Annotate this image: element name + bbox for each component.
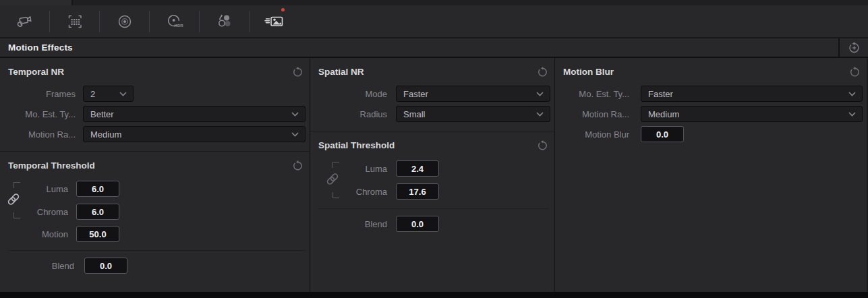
reset-temporal-threshold-button[interactable] (291, 157, 304, 173)
color-mixer-button[interactable] (200, 5, 249, 37)
chevron-down-icon (291, 132, 299, 137)
blend-field[interactable]: 0.0 (396, 216, 439, 232)
section-title: Temporal NR (8, 67, 64, 77)
motion-field[interactable]: 50.0 (76, 226, 119, 242)
motion-range-dropdown[interactable]: Medium (83, 126, 306, 142)
hdr-icon-label: HDR (174, 24, 183, 28)
temporal-threshold-linked-rows: Luma 6.0 Chroma 6.0 (0, 177, 310, 223)
palette-toolbar: HDR (0, 5, 868, 38)
mo-est-type-dropdown[interactable]: Faster (641, 86, 863, 102)
reset-all-button[interactable] (840, 38, 868, 57)
link-bracket-top (13, 182, 20, 188)
column-temporal: Temporal NR Frames 2 (0, 58, 310, 292)
mo-est-type-label: Mo. Est. Ty... (555, 89, 629, 99)
section-divider (0, 151, 310, 152)
mode-dropdown[interactable]: Faster (396, 86, 550, 102)
reset-motion-blur-button[interactable] (848, 63, 861, 80)
mo-est-type-row: Mo. Est. Ty... Better (0, 104, 310, 124)
color-match-icon (65, 11, 85, 32)
motion-effects-icon (263, 11, 286, 32)
mode-row: Mode Faster (310, 84, 554, 104)
chevron-down-icon (536, 112, 544, 117)
bottom-bar (0, 292, 868, 298)
link-bracket-bottom (332, 192, 339, 198)
panel-header: Motion Effects (0, 38, 868, 58)
blend-label: Blend (0, 261, 74, 271)
section-header-temporal-threshold: Temporal Threshold (0, 157, 310, 173)
frames-label: Frames (0, 89, 76, 99)
chroma-field[interactable]: 17.6 (396, 183, 439, 200)
column-motion-blur: Motion Blur Mo. Est. Ty... Faster (555, 58, 868, 292)
chevron-down-icon (848, 92, 856, 96)
active-indicator-dot (281, 8, 285, 11)
frames-dropdown[interactable]: 2 (83, 86, 134, 102)
reset-spatial-nr-button[interactable] (536, 63, 549, 80)
blend-field[interactable]: 0.0 (84, 258, 127, 274)
mo-est-type-value: Better (90, 109, 114, 119)
chroma-row: Chroma 17.6 (310, 180, 554, 203)
camera-raw-icon (15, 11, 35, 32)
motion-effects-button[interactable] (250, 5, 299, 37)
blend-divider (8, 250, 306, 251)
section-title: Spatial NR (318, 67, 364, 77)
reset-temporal-nr-button[interactable] (291, 63, 304, 80)
section-header-motion-blur: Motion Blur (555, 63, 867, 80)
spatial-nr-rows: Mode Faster Radius Small (310, 84, 554, 124)
mode-label: Mode (310, 89, 387, 99)
luma-field[interactable]: 6.0 (76, 181, 119, 197)
link-bracket-bottom (13, 212, 20, 218)
motion-label: Motion (0, 229, 68, 239)
radius-row: Radius Small (310, 104, 554, 124)
column-spatial: Spatial NR Mode Faster (310, 58, 555, 292)
motion-range-row: Motion Ra... Medium (555, 104, 867, 124)
radius-dropdown[interactable]: Small (396, 106, 550, 122)
motion-range-label: Motion Ra... (555, 109, 629, 119)
hdr-button[interactable]: HDR (150, 5, 199, 37)
color-match-button[interactable] (50, 5, 99, 37)
camera-raw-button[interactable] (0, 5, 49, 37)
motion-row: Motion 50.0 (0, 223, 310, 245)
reset-spatial-threshold-button[interactable] (536, 137, 549, 153)
mo-est-type-row: Mo. Est. Ty... Faster (555, 84, 867, 104)
link-luma-chroma-icon[interactable] (325, 172, 340, 189)
motion-range-label: Motion Ra... (0, 129, 76, 140)
chroma-row: Chroma 6.0 (0, 200, 310, 223)
mo-est-type-dropdown[interactable]: Better (83, 106, 306, 122)
frames-value: 2 (90, 89, 95, 99)
blend-divider (318, 208, 548, 209)
motion-range-value: Medium (90, 129, 121, 140)
section-header-temporal-nr: Temporal NR (0, 63, 310, 80)
panel-header-right (838, 38, 868, 57)
chevron-down-icon (119, 92, 127, 96)
motion-blur-rows: Mo. Est. Ty... Faster Motion Ra... Mediu… (555, 84, 867, 144)
chevron-down-icon (536, 92, 544, 96)
chevron-down-icon (848, 112, 856, 117)
radius-value: Small (403, 109, 426, 119)
color-wheels-button[interactable] (100, 5, 149, 37)
motion-blur-row: Motion Blur 0.0 (555, 124, 867, 144)
section-title: Temporal Threshold (8, 160, 95, 171)
motion-range-value: Medium (648, 109, 679, 119)
chroma-label: Chroma (310, 187, 387, 197)
luma-field[interactable]: 2.4 (396, 160, 439, 177)
link-luma-chroma-icon[interactable] (6, 192, 21, 209)
luma-row: Luma 6.0 (0, 177, 310, 200)
motion-blur-field[interactable]: 0.0 (641, 126, 684, 142)
motion-blur-label: Motion Blur (555, 129, 629, 140)
blend-row: Blend 0.0 (310, 214, 554, 233)
blend-label: Blend (310, 219, 387, 229)
section-title: Spatial Threshold (318, 140, 395, 150)
chroma-field[interactable]: 6.0 (76, 204, 119, 220)
blend-row: Blend 0.0 (0, 256, 310, 275)
color-mixer-icon (214, 11, 235, 32)
top-edge-strip (0, 0, 868, 5)
spatial-threshold-linked-rows: Luma 2.4 Chroma 17.6 (310, 157, 554, 203)
top-edge-tab (0, 0, 73, 5)
motion-range-row: Motion Ra... Medium (0, 124, 310, 144)
mode-value: Faster (403, 89, 428, 99)
motion-range-dropdown[interactable]: Medium (641, 106, 863, 122)
section-divider (310, 131, 554, 131)
section-title: Motion Blur (563, 67, 614, 77)
mo-est-type-value: Faster (648, 89, 673, 99)
panel-body: Temporal NR Frames 2 (0, 58, 868, 292)
